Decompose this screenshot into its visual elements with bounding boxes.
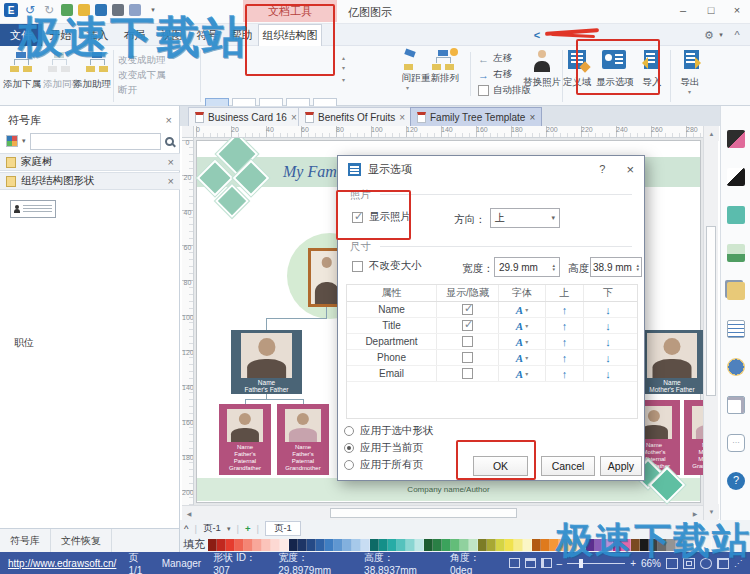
color-swatch[interactable]: [442, 539, 451, 551]
move-down-icon[interactable]: ↓: [584, 318, 632, 333]
page-nav-label[interactable]: 页-1: [203, 522, 221, 535]
color-swatch[interactable]: [496, 539, 505, 551]
direction-select[interactable]: 上 ▾: [490, 208, 560, 228]
format-painter-icon[interactable]: [727, 130, 745, 148]
replace-photo-button[interactable]: [532, 50, 552, 72]
color-swatch[interactable]: [514, 539, 523, 551]
font-dropdown-icon[interactable]: ▾: [525, 306, 528, 313]
bottom-tab-symbol-library[interactable]: 符号库: [0, 529, 51, 552]
color-swatch[interactable]: [343, 539, 352, 551]
new-document-icon[interactable]: [61, 4, 73, 16]
settings-dropdown-icon[interactable]: ▾: [716, 24, 726, 46]
doc-tab-benefits-of-fruits[interactable]: Benefits Of Fruits ×: [298, 107, 412, 126]
color-swatch[interactable]: [424, 539, 433, 551]
keep-size-checkbox[interactable]: 不改变大小: [352, 259, 422, 273]
view-reading-icon[interactable]: [541, 558, 552, 568]
color-swatch[interactable]: [550, 539, 559, 551]
close-button[interactable]: ×: [726, 2, 748, 18]
show-hide-checkbox[interactable]: [462, 320, 473, 331]
width-input[interactable]: 29.9 mm ▴▾: [494, 257, 560, 277]
doc-tab-family-tree-template[interactable]: Family Tree Template ×: [410, 107, 542, 126]
tab-layout[interactable]: 布局: [116, 24, 153, 46]
fit-page-icon[interactable]: [683, 558, 695, 569]
color-swatch[interactable]: [352, 539, 361, 551]
height-spinner-icon[interactable]: ▴▾: [636, 263, 639, 272]
color-swatch[interactable]: [316, 539, 325, 551]
scroll-right-icon[interactable]: ▶: [688, 506, 702, 521]
layout-gallery-up-icon[interactable]: ▴: [342, 54, 345, 62]
doc-tab-close-icon[interactable]: ×: [399, 112, 405, 123]
color-swatch[interactable]: [595, 539, 604, 551]
fit-window-icon[interactable]: [666, 558, 678, 569]
layout-gallery-more-icon[interactable]: ▾: [342, 76, 345, 83]
add-assistant-button[interactable]: [84, 52, 110, 72]
color-swatch[interactable]: [622, 539, 631, 551]
color-swatch[interactable]: [613, 539, 622, 551]
color-swatch[interactable]: [325, 539, 334, 551]
color-swatch[interactable]: [604, 539, 613, 551]
tab-symbols[interactable]: 符号: [190, 24, 225, 46]
color-swatch[interactable]: [460, 539, 469, 551]
apply-button[interactable]: Apply: [600, 456, 642, 476]
position-shape-thumbnail[interactable]: [10, 200, 56, 218]
comment-icon[interactable]: …: [727, 434, 745, 452]
color-swatch[interactable]: [379, 539, 388, 551]
color-swatch[interactable]: [694, 539, 703, 551]
color-swatch[interactable]: [586, 539, 595, 551]
vertical-scrollbar[interactable]: ▲ ▼: [703, 126, 718, 520]
horizontal-scrollbar[interactable]: ◀ ▶: [182, 505, 703, 520]
color-swatch[interactable]: [541, 539, 550, 551]
define-field-button[interactable]: [568, 50, 586, 69]
font-button[interactable]: A: [516, 304, 523, 316]
color-swatch[interactable]: [487, 539, 496, 551]
magnifier-icon[interactable]: [700, 558, 712, 569]
library-orgchart-shapes-close-icon[interactable]: ×: [168, 175, 174, 187]
tab-file[interactable]: 文件: [0, 24, 42, 46]
color-swatch[interactable]: [415, 539, 424, 551]
collapse-ribbon-icon[interactable]: ^: [730, 24, 744, 46]
layout-gallery-down-icon[interactable]: ▾: [342, 64, 345, 71]
change-to-subordinate-item[interactable]: 改变成下属: [118, 69, 182, 82]
node-mothers-father[interactable]: Name Mother's Father: [638, 330, 703, 394]
share-icon[interactable]: <: [530, 24, 544, 46]
add-subordinate-button[interactable]: [8, 52, 34, 72]
move-up-icon[interactable]: ↑: [546, 350, 584, 365]
view-normal-icon[interactable]: [509, 558, 520, 568]
color-swatch[interactable]: [253, 539, 262, 551]
color-swatch[interactable]: [289, 539, 298, 551]
symbol-search-input[interactable]: [30, 133, 161, 150]
edit-page-icon[interactable]: [727, 396, 745, 414]
import-button[interactable]: [644, 50, 659, 69]
color-swatch[interactable]: [361, 539, 370, 551]
horizontal-scroll-thumb[interactable]: [330, 508, 517, 518]
node-paternal-grandfather[interactable]: Name Father's Paternal Grandfather: [219, 404, 271, 475]
add-page-icon[interactable]: +: [245, 523, 251, 534]
height-input[interactable]: 38.9 mm ▴▾: [590, 257, 642, 277]
redo-icon[interactable]: ↻: [42, 3, 56, 17]
print-preview-icon[interactable]: [129, 4, 141, 16]
layers-icon[interactable]: [727, 282, 745, 300]
move-down-icon[interactable]: ↓: [584, 302, 632, 317]
apply-to-selected-radio[interactable]: 应用于选中形状: [344, 424, 434, 438]
page-tab[interactable]: 页-1: [265, 521, 301, 536]
undo-icon[interactable]: ↺: [23, 3, 37, 17]
color-swatch[interactable]: [271, 539, 280, 551]
globe-icon[interactable]: [727, 358, 745, 376]
category-icon[interactable]: [6, 135, 18, 147]
color-swatch[interactable]: [451, 539, 460, 551]
font-button[interactable]: A: [516, 352, 523, 364]
help-icon[interactable]: ?: [727, 472, 745, 490]
grid-icon[interactable]: [717, 558, 729, 569]
scroll-down-icon[interactable]: ▼: [704, 504, 719, 519]
color-swatch[interactable]: [559, 539, 568, 551]
search-icon[interactable]: [165, 137, 174, 146]
library-orgchart-shapes[interactable]: 组织结构图形状: [21, 174, 95, 188]
vertical-scroll-thumb[interactable]: [706, 226, 716, 396]
color-swatch[interactable]: [406, 539, 415, 551]
color-swatch[interactable]: [226, 539, 235, 551]
zoom-level[interactable]: 66%: [641, 558, 661, 569]
move-down-icon[interactable]: ↓: [584, 334, 632, 349]
dialog-help-icon[interactable]: ?: [599, 163, 605, 175]
save-icon[interactable]: [95, 4, 107, 16]
dialog-title-bar[interactable]: 显示选项 ? ×: [338, 156, 644, 182]
